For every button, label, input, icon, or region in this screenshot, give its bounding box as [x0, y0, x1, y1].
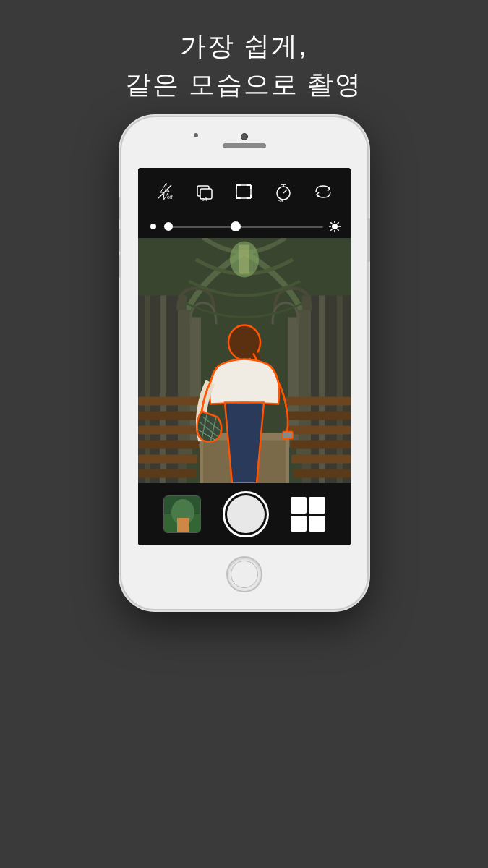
svg-rect-63 [283, 432, 293, 439]
viewfinder [138, 238, 351, 483]
iphone-screen: off off [138, 168, 351, 545]
front-camera [241, 133, 248, 140]
shutter-inner [227, 495, 265, 533]
shutter-button[interactable] [223, 491, 269, 537]
proximity-sensor [194, 133, 198, 137]
hdr-button[interactable]: off [194, 182, 215, 202]
header-line2: 같은 모습으로 촬영 [125, 67, 362, 103]
grid-cell-1 [291, 497, 307, 514]
home-button[interactable] [226, 556, 262, 592]
svg-line-28 [337, 222, 338, 224]
grid-cell-2 [309, 497, 325, 514]
svg-line-18 [283, 190, 287, 193]
thumbnail-image [164, 496, 200, 532]
svg-rect-53 [291, 455, 351, 464]
church-scene [138, 238, 351, 483]
svg-rect-45 [138, 426, 200, 435]
svg-text:off: off [167, 195, 173, 200]
svg-rect-48 [138, 469, 196, 478]
iphone-top [121, 117, 367, 168]
slider-mid-thumb [231, 221, 241, 231]
svg-rect-49 [286, 397, 351, 406]
flip-camera-button[interactable] [313, 182, 333, 202]
grid-cell-3 [291, 516, 307, 532]
timer-button[interactable]: off [273, 182, 294, 202]
brightness-min-icon [148, 221, 158, 231]
svg-rect-54 [293, 469, 351, 478]
home-button-inner [231, 561, 258, 588]
svg-text:off: off [202, 197, 207, 202]
flash-button[interactable]: off [155, 182, 175, 202]
brightness-slider[interactable] [164, 226, 323, 228]
camera-toolbar: off off [138, 168, 351, 215]
svg-text:off: off [278, 199, 283, 202]
iphone-frame: off off [121, 117, 367, 609]
brightness-slider-row [138, 215, 351, 238]
svg-rect-50 [287, 412, 351, 420]
svg-rect-47 [138, 455, 197, 464]
svg-rect-52 [290, 441, 351, 449]
header-text: 가장 쉽게, 같은 모습으로 촬영 [125, 29, 362, 103]
svg-rect-43 [138, 397, 203, 406]
svg-line-29 [330, 229, 332, 231]
brightness-max-icon [329, 221, 341, 232]
svg-point-21 [332, 224, 338, 229]
svg-point-20 [150, 224, 156, 229]
aspect-ratio-button[interactable] [234, 182, 254, 202]
slider-left-thumb [164, 222, 173, 231]
svg-rect-44 [138, 412, 202, 420]
ear-speaker [223, 143, 266, 148]
grid-view-button[interactable] [291, 497, 325, 532]
grid-cell-4 [309, 516, 325, 532]
svg-line-26 [330, 222, 332, 224]
svg-rect-46 [138, 441, 199, 449]
last-photo-thumbnail[interactable] [163, 495, 201, 533]
camera-controls [138, 483, 351, 545]
svg-line-27 [337, 229, 338, 231]
header-line1: 가장 쉽게, [125, 29, 362, 64]
svg-rect-70 [177, 518, 189, 533]
svg-rect-51 [288, 426, 351, 435]
svg-rect-6 [236, 185, 251, 198]
iphone-bottom [121, 545, 367, 603]
svg-rect-66 [239, 245, 249, 274]
